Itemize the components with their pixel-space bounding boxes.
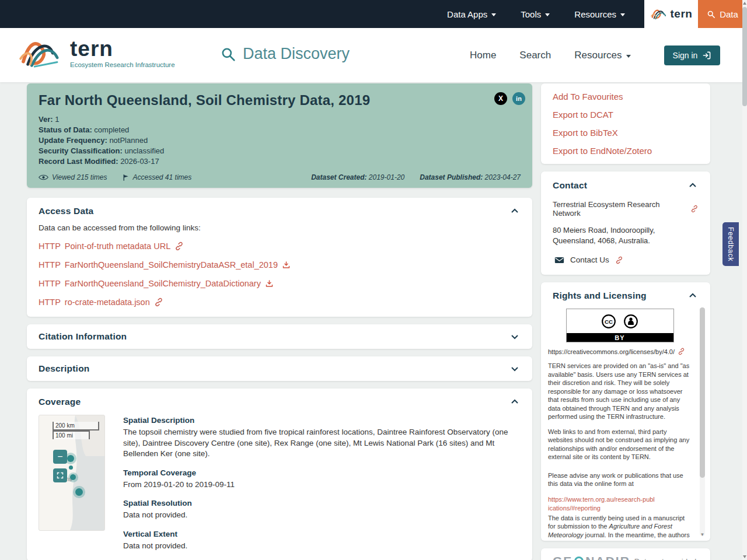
nav-item-resources[interactable]: Resources: [574, 50, 630, 61]
rights-advise: Please advise any work or publications t…: [548, 471, 692, 488]
dataset-summary-card: X in Far North Queensland, Soil Chemistr…: [27, 83, 532, 188]
add-to-favourites-link[interactable]: Add To Favourites: [553, 88, 699, 106]
cc-by-badge[interactable]: CC BY: [566, 309, 674, 342]
export-dcat-link[interactable]: Export to DCAT: [553, 106, 699, 124]
feedback-button[interactable]: Feedback: [722, 222, 739, 266]
dataset-stats-row: Viewed 215 times Accessed 41 times Datas…: [39, 173, 521, 181]
coverage-map[interactable]: 200 km 100 mi Cairns −: [39, 415, 105, 531]
accessed-label: Accessed 41 times: [133, 173, 192, 181]
topbar-item-tools[interactable]: Tools: [508, 0, 562, 28]
nav-label: Search: [519, 50, 551, 61]
rights-disclaimer-1: TERN services are provided on an "as-is"…: [548, 362, 692, 421]
reporting-url-link[interactable]: https://www.tern.org.au/research-publica…: [548, 495, 656, 513]
download-icon: [282, 261, 291, 270]
access-data-title: Access Data: [39, 206, 93, 216]
field-value: 1: [55, 115, 59, 124]
top-navigation-bar: Data Apps Tools Resources tern Data: [0, 0, 747, 28]
date-value: 2019-01-20: [369, 173, 404, 181]
field-label: Ver:: [39, 115, 53, 124]
topbar-item-data-apps[interactable]: Data Apps: [435, 0, 508, 28]
dataset-status: Status of Data: completed: [39, 125, 521, 135]
logo-title: tern: [70, 38, 175, 60]
dataset-published: Dataset Published: 2023-04-27: [420, 173, 521, 181]
chevron-up-icon: [510, 397, 519, 407]
eye-icon: [39, 174, 48, 181]
topbar-tern-home-link[interactable]: tern: [644, 0, 698, 28]
link-icon: [174, 242, 184, 251]
access-link-data-dictionary[interactable]: HTTP FarNorthQueensland_SoilChemistry_Da…: [39, 279, 521, 288]
date-label: Dataset Created:: [311, 173, 366, 181]
link-protocol: HTTP: [39, 242, 61, 251]
fullscreen-icon: [57, 472, 64, 479]
rights-scrollbar-thumb[interactable]: [700, 307, 705, 478]
access-link-ro-crate[interactable]: HTTP ro-crate-metadata.json: [39, 298, 521, 307]
license-url-link[interactable]: https://creativecommons.org/licenses/by/…: [548, 348, 692, 355]
map-fullscreen-button[interactable]: [53, 468, 67, 482]
action-label: Add To Favourites: [553, 92, 623, 102]
dataset-dates: Dataset Created: 2019-01-20 Dataset Publ…: [311, 173, 521, 181]
sign-in-label: Sign in: [673, 51, 698, 60]
sign-in-button[interactable]: Sign in: [664, 46, 720, 65]
topbar-item-label: Data Apps: [447, 9, 487, 19]
page-scrollbar[interactable]: [742, 0, 747, 560]
app-title-label: Data Discovery: [243, 45, 350, 63]
accessed-stat: Accessed 41 times: [123, 173, 192, 181]
export-bibtex-link[interactable]: Export to BibTeX: [553, 124, 699, 142]
geonadir-o-icon: O: [574, 556, 584, 560]
sign-in-icon: [702, 51, 711, 60]
vertical-extent-value: Data not provided.: [123, 541, 520, 552]
nav-item-search[interactable]: Search: [519, 50, 551, 61]
share-icons: X in: [494, 92, 525, 105]
collapse-coverage-button[interactable]: [509, 396, 521, 408]
access-link-metadata-url[interactable]: HTTP Point-of-truth metadata URL: [39, 242, 521, 251]
map-zoom-out-button[interactable]: −: [53, 450, 67, 464]
data-discovery-title[interactable]: Data Discovery: [221, 45, 350, 63]
nav-item-home[interactable]: Home: [470, 50, 496, 61]
topbar-data-search-button[interactable]: Data: [698, 0, 747, 28]
scroll-up-arrow-icon[interactable]: [743, 2, 746, 5]
nav-label: Resources: [574, 50, 622, 61]
map-marker: [67, 455, 74, 462]
field-value: 2026-03-17: [120, 157, 159, 166]
contact-us-link[interactable]: Contact Us: [553, 256, 699, 264]
share-linkedin-icon[interactable]: in: [512, 92, 525, 105]
contact-us-label: Contact Us: [570, 256, 609, 264]
dataset-created: Dataset Created: 2019-01-20: [311, 173, 404, 181]
link-label: Point-of-truth metadata URL: [65, 242, 170, 251]
access-link-soil-chemistry-data[interactable]: HTTP FarNorthQueensland_SoilChemistryDat…: [39, 260, 521, 270]
tern-logo-icon: [650, 7, 668, 21]
scroll-down-arrow-icon[interactable]: [743, 555, 746, 558]
spatial-resolution-label: Spatial Resolution: [123, 499, 520, 508]
topbar-item-resources[interactable]: Resources: [562, 0, 637, 28]
collapse-access-button[interactable]: [509, 205, 521, 217]
expand-description-button[interactable]: [509, 363, 521, 374]
cc-icon: CC: [601, 314, 616, 329]
field-value: unclassified: [124, 146, 164, 155]
cc-by-label: BY: [567, 333, 673, 342]
geonadir-card: GEONADIR Data not provided.: [541, 548, 710, 560]
dataset-title: Far North Queensland, Soil Chemistry Dat…: [39, 92, 521, 108]
svg-text:CC: CC: [605, 318, 613, 324]
nav-label: Home: [470, 50, 496, 61]
link-protocol: HTTP: [39, 279, 61, 288]
topbar-brand-label: tern: [671, 8, 693, 20]
page-scrollbar-thumb[interactable]: [742, 7, 747, 106]
rights-scrollbar[interactable]: ▼: [700, 307, 705, 536]
coverage-title: Coverage: [39, 397, 81, 407]
map-scale-control: 200 km 100 mi: [53, 422, 99, 439]
contact-org-link[interactable]: Terrestrial Ecosystem Research Network: [553, 200, 699, 218]
collapse-contact-button[interactable]: [687, 180, 699, 191]
citation-information-card: Citation Information: [27, 324, 532, 349]
expand-citation-button[interactable]: [509, 331, 521, 342]
geonadir-value: Data not provided.: [634, 557, 699, 560]
scroll-down-arrow-icon[interactable]: ▼: [700, 532, 705, 537]
share-x-icon[interactable]: X: [494, 92, 507, 105]
citation-title: Citation Information: [39, 331, 127, 342]
collapse-rights-button[interactable]: [687, 290, 699, 302]
geonadir-logo-text: GE: [553, 554, 573, 560]
field-label: Update Frequency:: [39, 136, 107, 145]
geonadir-logo[interactable]: GEONADIR: [553, 554, 630, 560]
tern-logo[interactable]: tern Ecosystem Research Infrastructure: [16, 36, 175, 70]
export-endnote-link[interactable]: Export to EndNote/Zotero: [553, 142, 699, 160]
spatial-description-value: The topsoil chemistry were studied from …: [123, 427, 520, 460]
